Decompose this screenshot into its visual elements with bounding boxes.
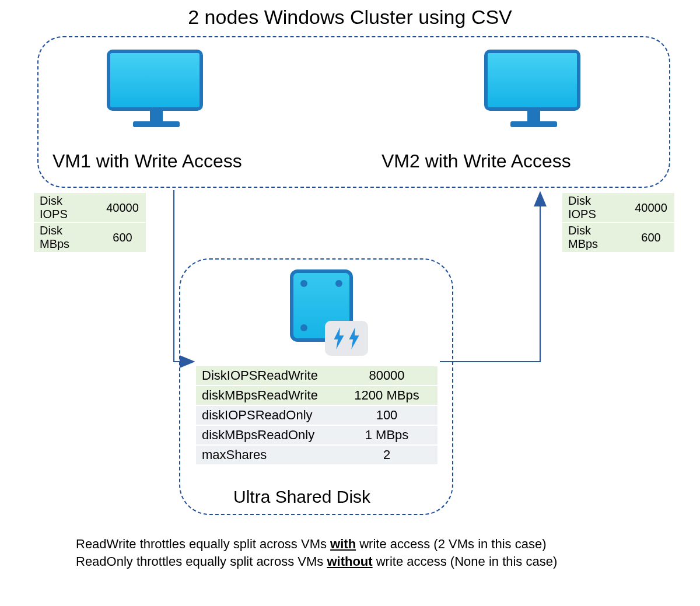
disk-row3-value: 1 MBps xyxy=(336,425,438,445)
vm2-metrics-table: Disk IOPS 40000 Disk MBps 600 xyxy=(562,192,674,253)
footnote-line-2: ReadOnly throttles equally split across … xyxy=(76,554,557,569)
fn1-underline: with xyxy=(330,537,356,551)
fn1-pre: ReadWrite throttles equally split across… xyxy=(76,537,330,551)
vm1-monitor-icon xyxy=(107,50,206,131)
vm1-mbps-value: 600 xyxy=(99,223,146,253)
vm2-iops-value: 40000 xyxy=(628,193,674,223)
disk-row0-label: DiskIOPSReadWrite xyxy=(196,366,336,386)
vm2-label: VM2 with Write Access xyxy=(382,150,571,172)
vm1-iops-value: 40000 xyxy=(99,193,146,223)
disk-row0-value: 80000 xyxy=(336,366,438,386)
fn1-post: write access (2 VMs in this case) xyxy=(356,537,546,551)
vm1-label: VM1 with Write Access xyxy=(52,150,242,172)
disk-row3-label: diskMBpsReadOnly xyxy=(196,425,336,445)
disk-row2-label: diskIOPSReadOnly xyxy=(196,405,336,425)
footnote-line-1: ReadWrite throttles equally split across… xyxy=(76,537,547,552)
fn2-post: write access (None in this case) xyxy=(373,554,558,569)
fn2-pre: ReadOnly throttles equally split across … xyxy=(76,554,327,569)
vm2-iops-label: Disk IOPS xyxy=(562,193,628,223)
disk-properties-table: DiskIOPSReadWrite 80000 diskMBpsReadWrit… xyxy=(196,365,438,464)
vm1-iops-label: Disk IOPS xyxy=(34,193,99,223)
disk-row1-value: 1200 MBps xyxy=(336,386,438,405)
vm2-mbps-label: Disk MBps xyxy=(562,223,628,253)
vm2-monitor-icon xyxy=(484,50,583,131)
disk-row2-value: 100 xyxy=(336,405,438,425)
diagram-title: 2 nodes Windows Cluster using CSV xyxy=(0,6,700,29)
vm1-metrics-table: Disk IOPS 40000 Disk MBps 600 xyxy=(34,192,146,253)
ultra-disk-icon xyxy=(290,269,360,357)
disk-row1-label: diskMBpsReadWrite xyxy=(196,386,336,405)
vm1-mbps-label: Disk MBps xyxy=(34,223,99,253)
disk-row4-label: maxShares xyxy=(196,445,336,464)
disk-title: Ultra Shared Disk xyxy=(233,487,370,507)
vm2-mbps-value: 600 xyxy=(628,223,674,253)
lightning-icon xyxy=(325,321,368,356)
disk-row4-value: 2 xyxy=(336,445,438,464)
fn2-underline: without xyxy=(327,554,372,569)
